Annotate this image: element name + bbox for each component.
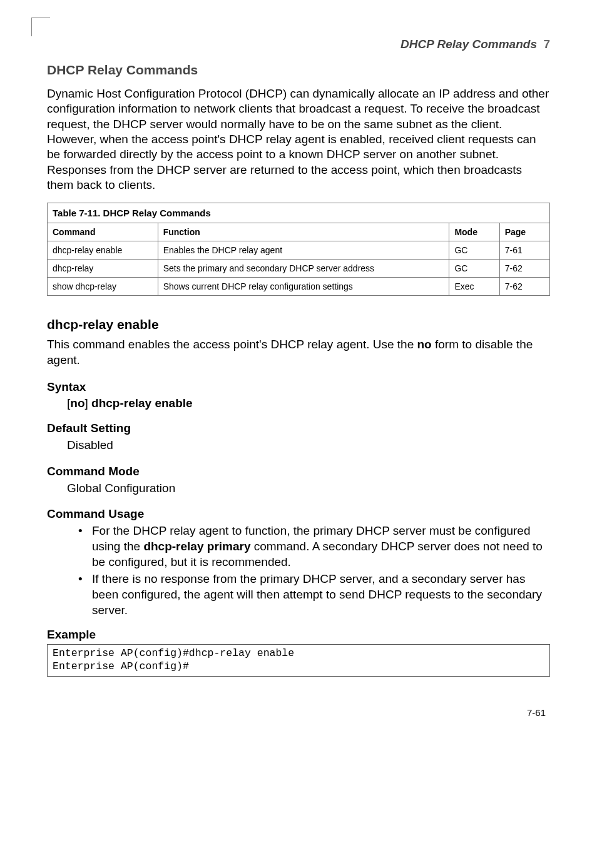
syntax-no: no [70, 396, 84, 410]
page-header: DHCP Relay Commands 7 [47, 38, 550, 51]
example-label: Example [47, 628, 550, 642]
table-caption: Table 7-11. DHCP Relay Commands [47, 203, 550, 223]
table-cell: dhcp-relay [48, 260, 158, 278]
crop-mark [31, 18, 50, 36]
header-section-name: DHCP Relay Commands [401, 38, 537, 51]
table-cell: Enables the DHCP relay agent [158, 241, 449, 260]
list-item: For the DHCP relay agent to function, th… [78, 523, 550, 570]
table-cell: 7-62 [499, 278, 549, 296]
table-header-command: Command [48, 223, 158, 241]
syntax-command: dhcp-relay enable [91, 396, 193, 410]
table-cell: 7-62 [499, 260, 549, 278]
table-cell: GC [449, 241, 499, 260]
section-title: DHCP Relay Commands [47, 63, 550, 78]
table-row: show dhcp-relay Shows current DHCP relay… [48, 278, 550, 296]
header-chapter-number: 7 [539, 38, 550, 51]
table-cell: 7-61 [499, 241, 549, 260]
table-cell: GC [449, 260, 499, 278]
table-header-row: Command Function Mode Page [48, 223, 550, 241]
table-cell: Exec [449, 278, 499, 296]
no-keyword: no [417, 338, 432, 351]
list-item: If there is no response from the primary… [78, 572, 550, 618]
table-header-function: Function [158, 223, 449, 241]
table-cell: show dhcp-relay [48, 278, 158, 296]
table-row: dhcp-relay enable Enables the DHCP relay… [48, 241, 550, 260]
command-desc-text: This command enables the access point's … [47, 338, 417, 351]
table-cell: Shows current DHCP relay configuration s… [158, 278, 449, 296]
command-usage-label: Command Usage [47, 507, 550, 521]
syntax-line: [no] dhcp-relay enable [67, 396, 550, 410]
default-setting-label: Default Setting [47, 421, 550, 435]
page-number: 7-61 [527, 707, 546, 718]
example-code-block: Enterprise AP(config)#dhcp-relay enable … [47, 644, 550, 676]
commands-table: Table 7-11. DHCP Relay Commands Command … [47, 203, 550, 296]
table-cell: Sets the primary and secondary DHCP serv… [158, 260, 449, 278]
command-mode-value: Global Configuration [67, 481, 550, 497]
table-header-mode: Mode [449, 223, 499, 241]
usage-list: For the DHCP relay agent to function, th… [78, 523, 550, 618]
section-intro: Dynamic Host Configuration Protocol (DHC… [47, 86, 550, 193]
table-row: dhcp-relay Sets the primary and secondar… [48, 260, 550, 278]
usage-inline-command: dhcp-relay primary [143, 540, 250, 553]
table-header-page: Page [499, 223, 549, 241]
syntax-label: Syntax [47, 380, 550, 394]
command-name-heading: dhcp-relay enable [47, 317, 550, 332]
command-mode-label: Command Mode [47, 465, 550, 478]
table-cell: dhcp-relay enable [48, 241, 158, 260]
default-setting-value: Disabled [67, 438, 550, 453]
command-description: This command enables the access point's … [47, 337, 550, 368]
